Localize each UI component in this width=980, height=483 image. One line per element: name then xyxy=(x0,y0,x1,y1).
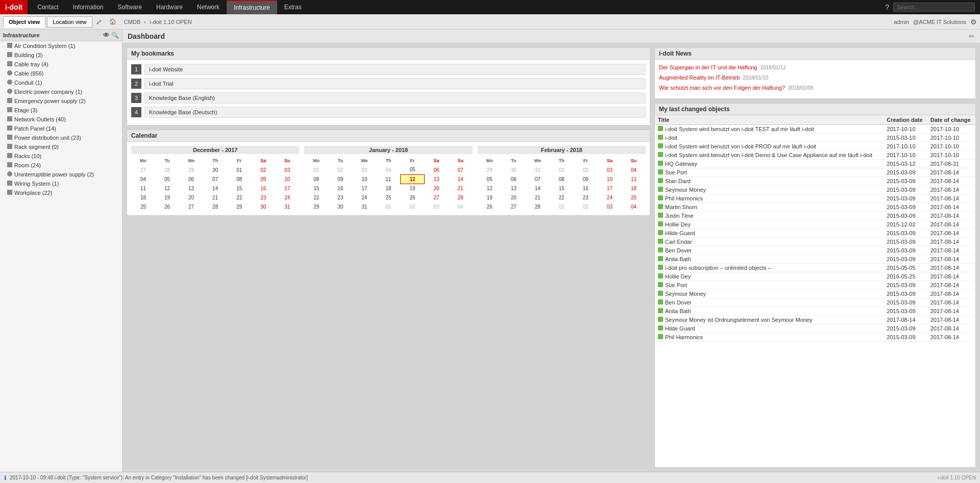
cal-day-1-4-2[interactable]: 31 xyxy=(352,202,376,211)
cal-day-0-4-5[interactable]: 30 xyxy=(251,202,275,211)
cal-day-1-0-0[interactable]: 01 xyxy=(304,165,328,174)
cal-day-2-4-3[interactable]: 01 xyxy=(550,202,574,211)
table-row[interactable]: Hilde Guard 2015-03-09 2017-08-14 xyxy=(655,229,975,238)
cal-day-0-1-4[interactable]: 08 xyxy=(227,174,251,184)
table-row[interactable]: Stan Dard 2015-03-09 2017-08-14 xyxy=(655,177,975,186)
cal-day-1-3-5[interactable]: 27 xyxy=(425,193,449,202)
table-row[interactable]: Justin Time 2015-03-09 2017-08-14 xyxy=(655,212,975,220)
cal-day-1-2-0[interactable]: 15 xyxy=(304,184,328,193)
cal-day-2-3-6[interactable]: 25 xyxy=(622,193,646,202)
cal-day-0-4-0[interactable]: 25 xyxy=(131,202,155,211)
cal-day-2-4-4[interactable]: 02 xyxy=(574,202,598,211)
cal-day-2-0-1[interactable]: 30 xyxy=(502,165,526,174)
cal-day-2-3-3[interactable]: 22 xyxy=(550,193,574,202)
table-row[interactable]: HQ Gateway 2015-03-12 2017-08-31 xyxy=(655,160,975,168)
table-row[interactable]: i-doit 2015-03-10 2017-10-10 xyxy=(655,134,975,142)
cal-day-1-1-6[interactable]: 14 xyxy=(449,174,473,184)
cal-day-0-3-0[interactable]: 18 xyxy=(131,193,155,202)
cal-day-2-1-2[interactable]: 07 xyxy=(526,174,550,184)
cal-day-1-2-2[interactable]: 17 xyxy=(352,184,376,193)
table-row[interactable]: Seymour Money 2015-03-09 2017-08-14 xyxy=(655,186,975,194)
cal-day-1-4-3[interactable]: 01 xyxy=(376,202,400,211)
sidebar-search-icon[interactable]: 🔍 xyxy=(111,32,119,39)
cal-day-1-0-5[interactable]: 06 xyxy=(425,165,449,174)
sidebar-item-8[interactable]: Network Outlets (40) xyxy=(0,115,122,124)
cal-day-1-3-2[interactable]: 24 xyxy=(352,193,376,202)
news-link-1[interactable]: Augmented Reality im IT-Betrieb xyxy=(659,74,740,81)
cal-day-1-2-5[interactable]: 20 xyxy=(425,184,449,193)
breadcrumb-page[interactable]: i-doit 1.10 OPEN xyxy=(150,19,192,25)
cal-day-2-2-4[interactable]: 16 xyxy=(574,184,598,193)
cal-day-0-0-1[interactable]: 28 xyxy=(155,165,179,174)
cal-day-0-2-0[interactable]: 11 xyxy=(131,184,155,193)
cal-day-1-2-1[interactable]: 16 xyxy=(328,184,352,193)
cal-day-0-3-2[interactable]: 20 xyxy=(179,193,203,202)
cal-day-0-0-6[interactable]: 03 xyxy=(275,165,299,174)
cal-day-2-0-0[interactable]: 29 xyxy=(478,165,502,174)
cal-day-2-0-4[interactable]: 02 xyxy=(574,165,598,174)
table-row[interactable]: Seymour Money ist Ordnungselement von Se… xyxy=(655,316,975,324)
cal-day-1-1-5[interactable]: 13 xyxy=(425,174,449,184)
sidebar-item-13[interactable]: Room (24) xyxy=(0,161,122,170)
cal-day-0-3-4[interactable]: 22 xyxy=(227,193,251,202)
cal-day-1-3-6[interactable]: 28 xyxy=(449,193,473,202)
cal-day-2-2-3[interactable]: 15 xyxy=(550,184,574,193)
cal-day-0-2-4[interactable]: 15 xyxy=(227,184,251,193)
cal-day-0-3-6[interactable]: 24 xyxy=(275,193,299,202)
cal-day-1-2-6[interactable]: 21 xyxy=(449,184,473,193)
cal-day-2-1-6[interactable]: 11 xyxy=(622,174,646,184)
cal-day-1-4-4[interactable]: 02 xyxy=(401,202,425,211)
cal-day-2-2-2[interactable]: 14 xyxy=(526,184,550,193)
cal-day-2-1-3[interactable]: 08 xyxy=(550,174,574,184)
cal-day-2-3-0[interactable]: 19 xyxy=(478,193,502,202)
cal-day-1-0-6[interactable]: 07 xyxy=(449,165,473,174)
sidebar-item-10[interactable]: Power distribution unit (23) xyxy=(0,133,122,142)
cal-day-2-1-4[interactable]: 09 xyxy=(574,174,598,184)
cal-day-0-1-5[interactable]: 09 xyxy=(251,174,275,184)
cal-day-2-2-0[interactable]: 12 xyxy=(478,184,502,193)
bookmark-link-3[interactable]: Knowledge Base (Deutsch) xyxy=(144,107,646,118)
table-row[interactable]: Hilde Guard 2015-03-09 2017-08-14 xyxy=(655,324,975,333)
table-row[interactable]: Anita Bath 2015-03-09 2017-08-14 xyxy=(655,307,975,316)
nav-network[interactable]: Network xyxy=(190,0,227,14)
table-row[interactable]: Hollie Dey 2016-05-25 2017-08-14 xyxy=(655,272,975,281)
cal-day-1-2-4[interactable]: 19 xyxy=(401,184,425,193)
cal-day-1-3-4[interactable]: 26 xyxy=(401,193,425,202)
cal-day-0-3-3[interactable]: 21 xyxy=(203,193,227,202)
cal-day-1-1-4[interactable]: 12 xyxy=(401,174,425,184)
cal-day-0-1-3[interactable]: 07 xyxy=(203,174,227,184)
bookmark-link-1[interactable]: i-doit Trial xyxy=(144,78,646,89)
table-row[interactable]: Carl Endar 2015-03-09 2017-08-14 xyxy=(655,238,975,246)
cal-day-0-4-6[interactable]: 31 xyxy=(275,202,299,211)
cal-day-2-1-5[interactable]: 10 xyxy=(598,174,622,184)
help-icon[interactable]: ? xyxy=(885,3,889,11)
sidebar-item-4[interactable]: Conduit (1) xyxy=(0,78,122,87)
sidebar-item-16[interactable]: Workplace (22) xyxy=(0,188,122,197)
cal-day-1-4-1[interactable]: 30 xyxy=(328,202,352,211)
cal-day-2-1-1[interactable]: 06 xyxy=(502,174,526,184)
cal-day-0-3-5[interactable]: 23 xyxy=(251,193,275,202)
table-row[interactable]: i-doit System wird benutzt von i-doit TE… xyxy=(655,125,975,134)
nav-contact[interactable]: Contact xyxy=(30,0,65,14)
table-row[interactable]: Sue Port 2015-03-09 2017-08-14 xyxy=(655,281,975,290)
nav-information[interactable]: Information xyxy=(66,0,111,14)
cal-day-2-4-2[interactable]: 28 xyxy=(526,202,550,211)
cal-day-2-3-1[interactable]: 20 xyxy=(502,193,526,202)
table-row[interactable]: Phil Harmonics 2015-03-09 2017-08-14 xyxy=(655,194,975,203)
sidebar-item-14[interactable]: Uninterruptible power supply (2) xyxy=(0,170,122,179)
table-row[interactable]: i-doit System wird benutzt von i-doit De… xyxy=(655,151,975,160)
cal-day-2-4-0[interactable]: 26 xyxy=(478,202,502,211)
cal-day-2-4-5[interactable]: 03 xyxy=(598,202,622,211)
cal-day-2-4-6[interactable]: 04 xyxy=(622,202,646,211)
cal-day-0-0-5[interactable]: 02 xyxy=(251,165,275,174)
cal-day-0-2-3[interactable]: 14 xyxy=(203,184,227,193)
cal-day-2-3-2[interactable]: 21 xyxy=(526,193,550,202)
sidebar-item-7[interactable]: Etage (3) xyxy=(0,106,122,115)
cal-day-1-4-5[interactable]: 03 xyxy=(425,202,449,211)
table-row[interactable]: Seymour Money 2015-03-09 2017-08-14 xyxy=(655,290,975,298)
logo[interactable]: i-doit xyxy=(0,0,28,14)
cal-day-0-4-2[interactable]: 27 xyxy=(179,202,203,211)
sidebar-item-6[interactable]: Emergency power supply (2) xyxy=(0,96,122,106)
cal-day-1-0-4[interactable]: 05 xyxy=(401,165,425,174)
cal-day-0-1-2[interactable]: 06 xyxy=(179,174,203,184)
